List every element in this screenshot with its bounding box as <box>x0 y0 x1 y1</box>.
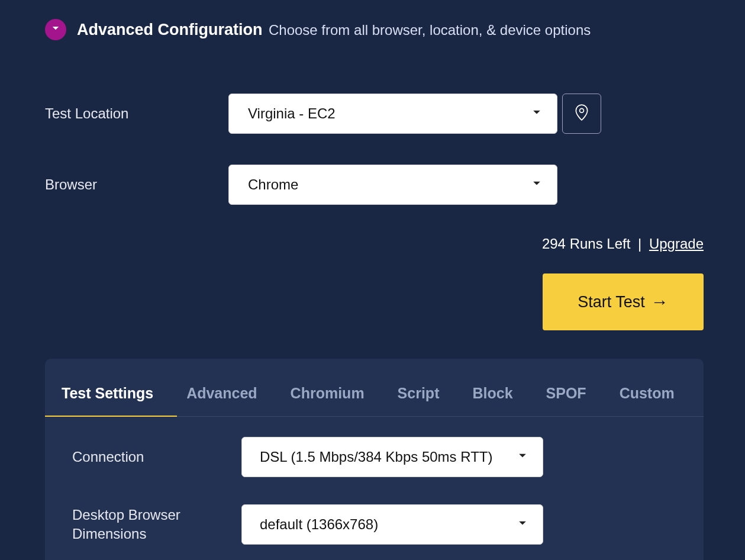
start-test-button[interactable]: Start Test → <box>543 273 704 330</box>
header-subtitle: Choose from all browser, location, & dev… <box>269 22 591 38</box>
header-title: Advanced Configuration <box>77 21 263 38</box>
connection-select[interactable]: DSL (1.5 Mbps/384 Kbps 50ms RTT) <box>241 437 543 477</box>
location-value: Virginia - EC2 <box>248 105 336 122</box>
map-pin-icon <box>574 104 589 124</box>
tab-block[interactable]: Block <box>472 381 512 416</box>
map-pin-button[interactable] <box>562 94 601 134</box>
chevron-down-icon <box>531 176 543 193</box>
location-label: Test Location <box>45 105 228 122</box>
dimensions-value: default (1366x768) <box>260 516 378 533</box>
dimensions-label: Desktop Browser Dimensions <box>72 506 241 544</box>
tab-test-settings[interactable]: Test Settings <box>62 381 153 416</box>
arrow-right-icon: → <box>651 292 669 312</box>
connection-label: Connection <box>72 448 241 466</box>
runs-separator: | <box>638 236 641 252</box>
chevron-down-icon <box>517 516 528 533</box>
tab-custom[interactable]: Custom <box>620 381 675 416</box>
settings-panel: Test Settings Advanced Chromium Script B… <box>45 359 704 560</box>
expand-toggle[interactable] <box>45 19 66 40</box>
browser-select[interactable]: Chrome <box>228 165 557 205</box>
tab-script[interactable]: Script <box>398 381 440 416</box>
chevron-down-icon <box>531 105 543 122</box>
header-text: Advanced Configuration Choose from all b… <box>77 21 591 39</box>
dimensions-select[interactable]: default (1366x768) <box>241 504 543 545</box>
browser-label: Browser <box>45 176 228 193</box>
start-label: Start Test <box>578 293 645 311</box>
tab-chromium[interactable]: Chromium <box>291 381 365 416</box>
upgrade-link[interactable]: Upgrade <box>649 236 704 252</box>
tabs: Test Settings Advanced Chromium Script B… <box>45 359 704 417</box>
tab-spof[interactable]: SPOF <box>546 381 586 416</box>
connection-value: DSL (1.5 Mbps/384 Kbps 50ms RTT) <box>260 449 493 465</box>
tab-advanced[interactable]: Advanced <box>186 381 257 416</box>
runs-status: 294 Runs Left | Upgrade <box>45 236 704 252</box>
svg-point-0 <box>580 108 584 112</box>
chevron-down-icon <box>517 449 528 465</box>
browser-value: Chrome <box>248 176 298 193</box>
location-select[interactable]: Virginia - EC2 <box>228 94 557 134</box>
chevron-down-icon <box>50 23 61 36</box>
runs-left-text: 294 Runs Left <box>542 236 630 252</box>
